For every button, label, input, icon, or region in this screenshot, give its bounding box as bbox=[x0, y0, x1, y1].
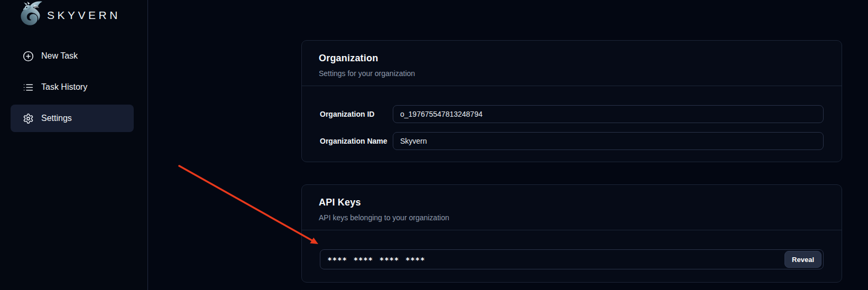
sidebar: SKYVERN New Task Task History bbox=[0, 0, 148, 290]
logo-wordmark: SKYVERN bbox=[47, 9, 121, 22]
sidebar-nav: New Task Task History bbox=[11, 42, 134, 132]
skyvern-dragon-icon bbox=[17, 1, 46, 30]
organization-card-subtitle: Settings for your organization bbox=[319, 69, 825, 78]
api-key-field[interactable]: **** **** **** **** Reveal bbox=[320, 249, 824, 269]
organization-card: Organization Settings for your organizat… bbox=[301, 40, 842, 162]
skyvern-logo[interactable]: SKYVERN bbox=[17, 1, 121, 30]
sidebar-item-settings[interactable]: Settings bbox=[11, 105, 134, 132]
organization-card-title: Organization bbox=[319, 51, 825, 65]
organization-name-input[interactable] bbox=[393, 132, 824, 150]
organization-card-body: Organization ID Organization Name bbox=[302, 86, 842, 150]
main-content: Organization Settings for your organizat… bbox=[148, 0, 868, 290]
circle-plus-icon bbox=[23, 51, 34, 62]
sidebar-item-label: Settings bbox=[41, 114, 72, 123]
organization-id-label: Organization ID bbox=[320, 110, 393, 118]
organization-card-header: Organization Settings for your organizat… bbox=[302, 41, 842, 86]
organization-name-label: Organization Name bbox=[320, 137, 393, 145]
sidebar-item-task-history[interactable]: Task History bbox=[11, 73, 134, 101]
list-icon bbox=[23, 82, 34, 93]
api-keys-card-subtitle: API keys belonging to your organization bbox=[319, 213, 825, 222]
sidebar-item-new-task[interactable]: New Task bbox=[11, 42, 134, 70]
organization-id-input[interactable] bbox=[393, 105, 824, 123]
sidebar-item-label: New Task bbox=[41, 51, 78, 61]
organization-id-row: Organization ID bbox=[320, 105, 824, 123]
skyvern-app-window: SKYVERN New Task Task History bbox=[0, 0, 868, 290]
sidebar-item-label: Task History bbox=[41, 82, 87, 92]
api-keys-card-title: API Keys bbox=[319, 195, 825, 209]
api-keys-card: API Keys API keys belonging to your orga… bbox=[301, 184, 842, 283]
api-keys-card-body: **** **** **** **** Reveal bbox=[302, 230, 842, 269]
api-keys-card-header: API Keys API keys belonging to your orga… bbox=[302, 185, 842, 230]
reveal-button[interactable]: Reveal bbox=[784, 251, 821, 268]
api-key-masked-value: **** **** **** **** bbox=[328, 256, 426, 264]
gear-icon bbox=[23, 113, 34, 124]
organization-name-row: Organization Name bbox=[320, 132, 824, 150]
